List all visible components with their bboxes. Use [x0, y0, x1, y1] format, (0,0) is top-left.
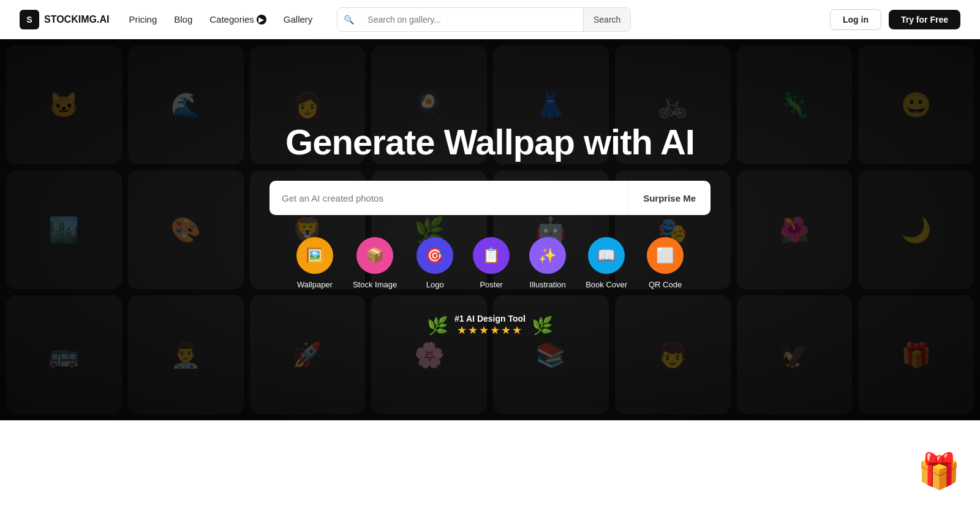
nav-gallery[interactable]: Gallery	[284, 14, 313, 25]
category-label-2: Logo	[426, 280, 444, 289]
logo-letter: S	[26, 15, 32, 25]
category-label-6: QR Code	[649, 280, 682, 289]
hero-content: Generate Wallpap with AI Surprise Me 🖼️W…	[214, 123, 766, 338]
search-icon: 🔍	[337, 15, 360, 25]
search-button[interactable]: Search	[583, 8, 630, 31]
award-ring: 🌿 #1 AI Design Tool ★★★★★★ 🌿	[427, 314, 553, 337]
category-poster[interactable]: 📋Poster	[473, 237, 510, 289]
laurel-right-icon: 🌿	[532, 316, 553, 336]
logo[interactable]: S STOCKIMG.AI	[20, 10, 109, 29]
category-icon-5: 📖	[588, 237, 625, 274]
category-icon-4: ✨	[529, 237, 566, 274]
category-label-4: Illustration	[530, 280, 566, 289]
nav-blog[interactable]: Blog	[174, 14, 192, 25]
category-icon-1: 📦	[356, 237, 393, 274]
category-stock-image[interactable]: 📦Stock Image	[353, 237, 397, 289]
search-bar: 🔍 Search	[337, 7, 631, 32]
categories-arrow-icon: ▶	[257, 15, 266, 25]
category-illustration[interactable]: ✨Illustration	[529, 237, 566, 289]
award-center: #1 AI Design Tool ★★★★★★	[454, 314, 526, 337]
try-for-free-button[interactable]: Try for Free	[889, 10, 960, 29]
category-icon-3: 📋	[473, 237, 510, 274]
category-label-1: Stock Image	[353, 280, 397, 289]
award-text: #1 AI Design Tool	[454, 314, 526, 324]
login-button[interactable]: Log in	[830, 9, 881, 30]
nav-categories[interactable]: Categories ▶	[209, 14, 266, 25]
stars: ★★★★★★	[454, 324, 526, 337]
laurel-left-icon: 🌿	[427, 316, 448, 336]
category-label-0: Wallpaper	[297, 280, 333, 289]
category-label-5: Book Cover	[586, 280, 627, 289]
nav-pricing[interactable]: Pricing	[129, 14, 157, 25]
category-label-3: Poster	[480, 280, 503, 289]
logo-icon: S	[20, 10, 39, 29]
hero-search-bar: Surprise Me	[270, 181, 710, 215]
logo-text: STOCKIMG.AI	[44, 14, 109, 25]
category-icon-6: ⬜	[647, 237, 684, 274]
nav-actions: Log in Try for Free	[830, 9, 960, 30]
category-logo[interactable]: 🎯Logo	[417, 237, 453, 289]
award-badge: 🌿 #1 AI Design Tool ★★★★★★ 🌿	[227, 314, 753, 337]
category-row: 🖼️Wallpaper📦Stock Image🎯Logo📋Poster✨Illu…	[227, 237, 753, 289]
hero-title: Generate Wallpap with AI	[227, 123, 753, 162]
hero-search-input[interactable]	[270, 193, 628, 203]
category-qr-code[interactable]: ⬜QR Code	[647, 237, 684, 289]
category-wallpaper[interactable]: 🖼️Wallpaper	[296, 237, 333, 289]
hero-section: 🐱🌊👩🍳👗🚲🦎😀🏙️🎨🦁🌿🤖🎭🌺🌙🚌👨‍⚕️🚀🌸📚👦🦅🎁 Generate Wa…	[0, 39, 980, 420]
category-icon-2: 🎯	[417, 237, 453, 274]
navbar: S STOCKIMG.AI Pricing Blog Categories ▶ …	[0, 0, 980, 39]
category-book-cover[interactable]: 📖Book Cover	[586, 237, 627, 289]
surprise-me-button[interactable]: Surprise Me	[628, 181, 710, 215]
nav-links: Pricing Blog Categories ▶ Gallery	[129, 14, 312, 25]
category-icon-0: 🖼️	[296, 237, 333, 274]
search-input[interactable]	[360, 15, 583, 25]
